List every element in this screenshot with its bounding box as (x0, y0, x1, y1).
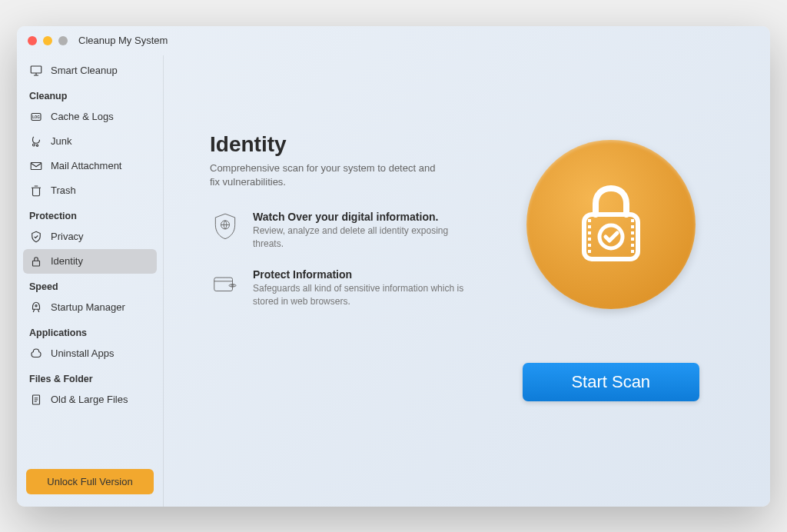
sidebar-item-identity[interactable]: Identity (23, 249, 157, 274)
svg-rect-19 (588, 219, 591, 222)
sidebar-item-label: Cache & Logs (51, 111, 114, 122)
feature-desc: Safeguards all kind of sensitive informa… (253, 282, 467, 308)
junk-icon (29, 135, 43, 148)
sidebar: Smart Cleanup Cleanup LOG Cache & Logs J… (17, 55, 163, 507)
log-icon: LOG (29, 110, 43, 124)
svg-rect-7 (31, 162, 42, 169)
svg-rect-20 (588, 225, 591, 228)
svg-rect-25 (631, 219, 634, 222)
feature-text: Protect Information Safeguards all kind … (253, 268, 467, 308)
sidebar-item-label: Startup Manager (51, 301, 125, 313)
sidebar-item-label: Uninstall Apps (51, 347, 114, 359)
window-controls (28, 36, 68, 45)
trash-icon (29, 184, 43, 198)
svg-rect-27 (631, 231, 634, 234)
page-subtitle: Comprehensive scan for your system to de… (210, 161, 440, 189)
sidebar-section-applications: Applications (23, 320, 157, 341)
monitor-icon (29, 64, 43, 78)
titlebar: Cleanup My System (17, 26, 770, 55)
sidebar-section-files: Files & Folder (23, 366, 157, 387)
svg-rect-29 (631, 244, 634, 247)
sidebar-section-protection: Protection (23, 203, 157, 224)
maximize-window-button[interactable] (58, 36, 68, 45)
sidebar-item-uninstall-apps[interactable]: Uninstall Apps (23, 341, 157, 366)
svg-point-5 (33, 144, 35, 146)
sidebar-item-mail-attachment[interactable]: Mail Attachment (23, 154, 157, 178)
svg-point-6 (36, 145, 38, 146)
sidebar-item-junk[interactable]: Junk (23, 129, 157, 154)
feature-title: Watch Over your digital information. (253, 211, 467, 223)
sidebar-item-label: Privacy (51, 231, 84, 242)
sidebar-item-label: Trash (51, 185, 76, 196)
app-window: Cleanup My System Smart Cleanup Cleanup … (17, 26, 770, 507)
page-title: Identity (210, 132, 467, 157)
content-right: Start Scan (483, 132, 740, 476)
feature-text: Watch Over your digital information. Rev… (253, 211, 467, 251)
svg-point-9 (35, 304, 37, 306)
app-title: Cleanup My System (78, 35, 168, 46)
sidebar-item-startup-manager[interactable]: Startup Manager (23, 295, 157, 320)
sidebar-item-trash[interactable]: Trash (23, 178, 157, 203)
shield-icon (29, 230, 43, 244)
unlock-full-version-button[interactable]: Unlock Full Version (26, 469, 154, 494)
sidebar-item-old-large-files[interactable]: Old & Large Files (23, 387, 157, 412)
svg-rect-21 (588, 231, 591, 234)
mail-icon (29, 159, 43, 173)
feature-desc: Review, analyze and delete all identity … (253, 224, 467, 251)
svg-rect-24 (588, 250, 591, 253)
svg-rect-26 (631, 225, 634, 228)
sidebar-section-cleanup: Cleanup (23, 83, 157, 105)
close-window-button[interactable] (28, 36, 37, 45)
svg-rect-8 (33, 261, 40, 266)
sidebar-item-privacy[interactable]: Privacy (23, 224, 157, 249)
svg-rect-16 (214, 278, 233, 291)
svg-rect-30 (631, 250, 634, 253)
sidebar-item-label: Old & Large Files (51, 394, 128, 405)
hero-identity-icon (526, 140, 696, 309)
apps-icon (29, 347, 43, 361)
app-body: Smart Cleanup Cleanup LOG Cache & Logs J… (17, 55, 770, 507)
feature-protect-info: Protect Information Safeguards all kind … (210, 268, 467, 308)
lock-icon (29, 254, 43, 268)
content-left: Identity Comprehensive scan for your sys… (210, 132, 467, 476)
files-icon (29, 393, 43, 407)
sidebar-item-cache-logs[interactable]: LOG Cache & Logs (23, 105, 157, 129)
sidebar-section-speed: Speed (23, 274, 157, 295)
svg-text:LOG: LOG (32, 115, 40, 118)
svg-rect-23 (588, 244, 591, 247)
rocket-icon (29, 301, 43, 314)
feature-watch-over: Watch Over your digital information. Rev… (210, 211, 467, 251)
sidebar-item-label: Identity (51, 255, 83, 267)
svg-rect-28 (631, 238, 634, 241)
feature-title: Protect Information (253, 268, 467, 281)
svg-rect-0 (31, 66, 42, 73)
svg-rect-22 (588, 238, 591, 241)
sidebar-item-label: Junk (51, 135, 71, 147)
sidebar-item-label: Smart Cleanup (51, 65, 118, 76)
sidebar-item-smart-cleanup[interactable]: Smart Cleanup (23, 58, 157, 83)
sidebar-item-label: Mail Attachment (51, 160, 122, 171)
main-content: Identity Comprehensive scan for your sys… (163, 55, 770, 507)
wallet-eye-icon (210, 268, 241, 299)
shield-globe-icon (210, 211, 241, 241)
minimize-window-button[interactable] (43, 36, 52, 45)
start-scan-button[interactable]: Start Scan (523, 363, 699, 401)
